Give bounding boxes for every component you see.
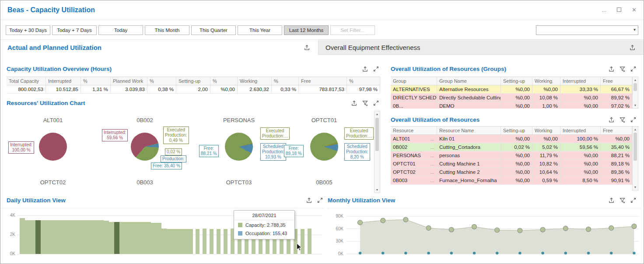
column-header[interactable]: Resource bbox=[391, 127, 437, 134]
export-icon[interactable] bbox=[350, 99, 358, 107]
pie-area-scrollbar[interactable]: ▲ ▼ bbox=[374, 111, 380, 193]
expand-icon[interactable] bbox=[629, 116, 637, 123]
scroll-down-arrow[interactable]: ▼ bbox=[633, 102, 638, 108]
column-header[interactable]: Working bbox=[532, 127, 560, 134]
column-header[interactable]: Interrupted bbox=[560, 127, 601, 134]
occupation-marker[interactable] bbox=[610, 252, 612, 254]
daily-bar[interactable] bbox=[67, 220, 72, 254]
toolbar-button-today[interactable]: Today bbox=[98, 25, 143, 35]
daily-bar[interactable] bbox=[51, 220, 56, 254]
daily-bar[interactable] bbox=[30, 220, 35, 254]
daily-bar[interactable] bbox=[62, 220, 67, 254]
column-header[interactable]: Group bbox=[391, 77, 437, 85]
daily-bar[interactable] bbox=[156, 223, 161, 254]
capacity-marker[interactable] bbox=[540, 227, 545, 232]
daily-bar[interactable] bbox=[203, 229, 206, 254]
daily-bar[interactable] bbox=[151, 223, 156, 254]
column-header[interactable]: Setting-up bbox=[176, 77, 210, 85]
capacity-marker[interactable] bbox=[495, 228, 500, 232]
occupation-marker[interactable] bbox=[450, 252, 453, 254]
table-row[interactable]: DIRECTLY SCHEDU...Directly Schedulable C… bbox=[391, 94, 632, 102]
column-header[interactable]: % bbox=[272, 77, 299, 85]
daily-bar[interactable] bbox=[125, 222, 130, 254]
table-row[interactable]: 0B002...Cutting_Cortadora0,02 %5,02 %59,… bbox=[391, 143, 632, 151]
scroll-up-arrow[interactable]: ▲ bbox=[633, 127, 638, 132]
occupation-marker[interactable] bbox=[382, 252, 384, 254]
expand-icon[interactable] bbox=[629, 65, 637, 73]
table-row[interactable]: OPTCT02...Cutting Machine 2%0,0010,64 %%… bbox=[391, 168, 632, 176]
column-header[interactable]: Interrupted bbox=[46, 77, 81, 85]
occupation-marker[interactable] bbox=[404, 252, 407, 254]
close-button[interactable]: ✕ bbox=[632, 7, 637, 13]
column-header[interactable]: Free bbox=[601, 77, 632, 85]
occupation-marker[interactable] bbox=[496, 252, 498, 254]
filter-icon[interactable] bbox=[360, 99, 369, 107]
daily-bar[interactable] bbox=[72, 220, 77, 254]
toolbar-button-this-month[interactable]: This Month bbox=[145, 25, 189, 35]
capacity-marker[interactable] bbox=[403, 217, 408, 222]
column-header[interactable]: Resource Name bbox=[437, 127, 501, 134]
daily-bar[interactable] bbox=[167, 229, 172, 254]
capacity-marker[interactable] bbox=[609, 225, 614, 230]
export-icon[interactable] bbox=[304, 197, 313, 204]
table-row[interactable]: PERSONAS...personas%0,0011,79 %%0,0088,2… bbox=[391, 151, 632, 160]
daily-bar[interactable] bbox=[161, 229, 167, 254]
daily-bar[interactable] bbox=[182, 229, 188, 254]
toolbar-button-this-quarter[interactable]: This Quarter bbox=[191, 25, 236, 35]
daily-bar[interactable] bbox=[93, 220, 98, 254]
capacity-marker[interactable] bbox=[449, 227, 454, 232]
daily-bar[interactable] bbox=[109, 222, 114, 254]
daily-bar[interactable] bbox=[135, 222, 140, 254]
scroll-up-arrow[interactable]: ▲ bbox=[374, 111, 380, 117]
export-icon[interactable] bbox=[607, 197, 616, 204]
more-options-button[interactable]: ... bbox=[602, 7, 606, 13]
column-header[interactable]: Group Name bbox=[437, 77, 501, 85]
export-icon[interactable] bbox=[360, 65, 369, 73]
maximize-button[interactable] bbox=[617, 7, 621, 13]
table-row[interactable]: ALT001...Kiln 01%0,00%0,00100,00 %%0,00 bbox=[391, 135, 632, 143]
capacity-marker[interactable] bbox=[632, 224, 637, 229]
column-header[interactable]: Free bbox=[299, 77, 347, 85]
daily-bar[interactable] bbox=[77, 220, 83, 254]
daily-bar[interactable] bbox=[25, 220, 30, 254]
expand-icon[interactable] bbox=[371, 99, 380, 107]
column-header[interactable]: Setting-up bbox=[501, 127, 532, 134]
daily-bar[interactable] bbox=[188, 229, 193, 254]
export-icon[interactable] bbox=[302, 44, 311, 51]
pie-chart-0b002[interactable] bbox=[131, 133, 159, 161]
scroll-down-arrow[interactable]: ▼ bbox=[374, 187, 380, 193]
occupation-marker[interactable] bbox=[564, 252, 567, 254]
daily-bar[interactable] bbox=[114, 222, 119, 254]
occupation-marker[interactable] bbox=[587, 252, 590, 254]
table-row[interactable]: 800.002,5310.512,851,31 %3.039,830,38 %2… bbox=[7, 85, 380, 94]
column-header[interactable]: % bbox=[210, 77, 238, 85]
toolbar-button-last-12-months[interactable]: Last 12 Months bbox=[284, 25, 329, 35]
toolbar-button-today-30-days[interactable]: Today + 30 Days bbox=[6, 25, 50, 35]
daily-bar[interactable] bbox=[83, 220, 88, 254]
column-header[interactable]: Interrupted bbox=[560, 77, 601, 85]
capacity-marker[interactable] bbox=[586, 227, 591, 232]
column-header[interactable]: Working bbox=[238, 77, 272, 85]
filter-icon[interactable] bbox=[618, 65, 626, 73]
column-header[interactable]: Total Capacity bbox=[7, 77, 46, 85]
export-icon[interactable] bbox=[628, 44, 637, 51]
column-header[interactable]: % bbox=[81, 77, 111, 85]
tab-actual-and-planned-utilization[interactable]: Actual and Planned Utilization bbox=[0, 40, 318, 55]
daily-bar[interactable] bbox=[224, 229, 228, 254]
column-header[interactable]: % bbox=[347, 77, 380, 85]
occupation-marker[interactable] bbox=[359, 252, 361, 254]
filter-icon[interactable] bbox=[618, 197, 626, 204]
resources-scrollbar[interactable]: ▲ ▼ bbox=[632, 126, 638, 190]
filter-icon[interactable] bbox=[618, 116, 626, 123]
table-row[interactable]: 0B...DEMO%0,001,00 %%0,0097,02 % bbox=[391, 102, 632, 109]
column-header[interactable]: % bbox=[147, 77, 176, 85]
column-header[interactable]: Working bbox=[532, 77, 560, 85]
pie-chart-optct01[interactable] bbox=[310, 133, 338, 161]
daily-utilization-chart[interactable]: 28/07/2021 Capacity: 2.788,35 Occupation… bbox=[0, 208, 324, 264]
table-row[interactable]: ALTERNATIVESAlternative Resources%0,00%0… bbox=[391, 85, 632, 94]
daily-bar[interactable] bbox=[104, 221, 109, 254]
capacity-marker[interactable] bbox=[358, 220, 363, 225]
daily-bar[interactable] bbox=[41, 220, 46, 254]
export-icon[interactable] bbox=[607, 65, 616, 73]
daily-bar[interactable] bbox=[119, 222, 125, 254]
